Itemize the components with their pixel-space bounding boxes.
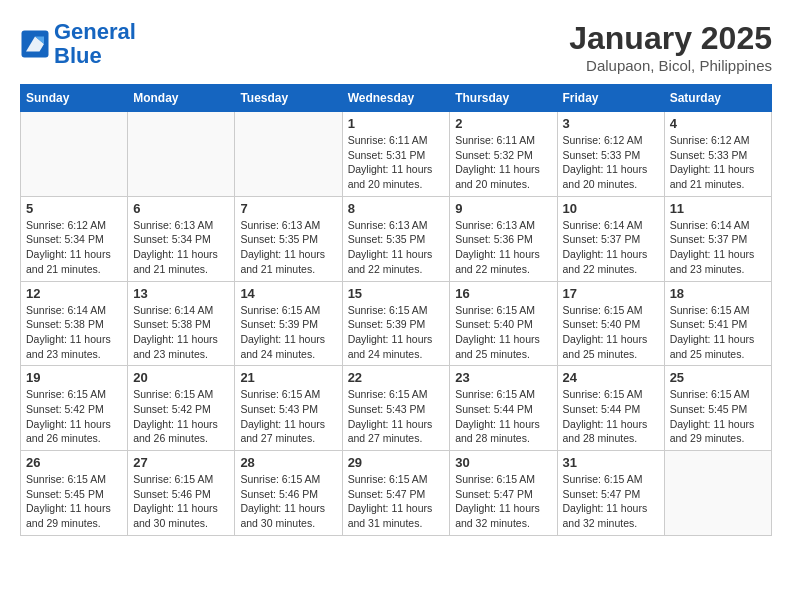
calendar-cell (235, 112, 342, 197)
day-number: 6 (133, 201, 229, 216)
day-number: 14 (240, 286, 336, 301)
day-info: Sunrise: 6:14 AM Sunset: 5:37 PM Dayligh… (670, 218, 766, 277)
day-number: 4 (670, 116, 766, 131)
page-header: General Blue January 2025 Dalupaon, Bico… (20, 20, 772, 74)
calendar-cell: 15Sunrise: 6:15 AM Sunset: 5:39 PM Dayli… (342, 281, 450, 366)
calendar-cell: 11Sunrise: 6:14 AM Sunset: 5:37 PM Dayli… (664, 196, 771, 281)
calendar-cell (664, 451, 771, 536)
weekday-header: Sunday (21, 85, 128, 112)
day-info: Sunrise: 6:12 AM Sunset: 5:33 PM Dayligh… (670, 133, 766, 192)
day-number: 18 (670, 286, 766, 301)
logo-line1: General (54, 19, 136, 44)
day-number: 25 (670, 370, 766, 385)
day-info: Sunrise: 6:15 AM Sunset: 5:45 PM Dayligh… (670, 387, 766, 446)
day-number: 7 (240, 201, 336, 216)
day-info: Sunrise: 6:13 AM Sunset: 5:35 PM Dayligh… (240, 218, 336, 277)
calendar-cell: 7Sunrise: 6:13 AM Sunset: 5:35 PM Daylig… (235, 196, 342, 281)
day-number: 22 (348, 370, 445, 385)
calendar-cell: 18Sunrise: 6:15 AM Sunset: 5:41 PM Dayli… (664, 281, 771, 366)
day-number: 5 (26, 201, 122, 216)
calendar-cell: 14Sunrise: 6:15 AM Sunset: 5:39 PM Dayli… (235, 281, 342, 366)
day-info: Sunrise: 6:15 AM Sunset: 5:44 PM Dayligh… (455, 387, 551, 446)
day-info: Sunrise: 6:15 AM Sunset: 5:47 PM Dayligh… (348, 472, 445, 531)
day-number: 23 (455, 370, 551, 385)
calendar-cell: 10Sunrise: 6:14 AM Sunset: 5:37 PM Dayli… (557, 196, 664, 281)
day-info: Sunrise: 6:13 AM Sunset: 5:36 PM Dayligh… (455, 218, 551, 277)
day-info: Sunrise: 6:15 AM Sunset: 5:39 PM Dayligh… (240, 303, 336, 362)
logo-text: General Blue (54, 20, 136, 68)
day-info: Sunrise: 6:13 AM Sunset: 5:35 PM Dayligh… (348, 218, 445, 277)
day-info: Sunrise: 6:15 AM Sunset: 5:40 PM Dayligh… (563, 303, 659, 362)
calendar-cell: 28Sunrise: 6:15 AM Sunset: 5:46 PM Dayli… (235, 451, 342, 536)
day-info: Sunrise: 6:15 AM Sunset: 5:43 PM Dayligh… (240, 387, 336, 446)
day-info: Sunrise: 6:11 AM Sunset: 5:32 PM Dayligh… (455, 133, 551, 192)
day-info: Sunrise: 6:15 AM Sunset: 5:47 PM Dayligh… (455, 472, 551, 531)
calendar-cell: 8Sunrise: 6:13 AM Sunset: 5:35 PM Daylig… (342, 196, 450, 281)
calendar-cell: 24Sunrise: 6:15 AM Sunset: 5:44 PM Dayli… (557, 366, 664, 451)
day-info: Sunrise: 6:12 AM Sunset: 5:34 PM Dayligh… (26, 218, 122, 277)
day-number: 28 (240, 455, 336, 470)
day-info: Sunrise: 6:13 AM Sunset: 5:34 PM Dayligh… (133, 218, 229, 277)
weekday-header: Monday (128, 85, 235, 112)
day-number: 21 (240, 370, 336, 385)
calendar-cell: 26Sunrise: 6:15 AM Sunset: 5:45 PM Dayli… (21, 451, 128, 536)
day-number: 13 (133, 286, 229, 301)
location: Dalupaon, Bicol, Philippines (569, 57, 772, 74)
day-info: Sunrise: 6:15 AM Sunset: 5:46 PM Dayligh… (240, 472, 336, 531)
logo-icon (20, 29, 50, 59)
title-block: January 2025 Dalupaon, Bicol, Philippine… (569, 20, 772, 74)
calendar-cell (21, 112, 128, 197)
calendar-table: SundayMondayTuesdayWednesdayThursdayFrid… (20, 84, 772, 536)
calendar-cell: 29Sunrise: 6:15 AM Sunset: 5:47 PM Dayli… (342, 451, 450, 536)
calendar-cell: 22Sunrise: 6:15 AM Sunset: 5:43 PM Dayli… (342, 366, 450, 451)
day-number: 31 (563, 455, 659, 470)
calendar-cell: 20Sunrise: 6:15 AM Sunset: 5:42 PM Dayli… (128, 366, 235, 451)
day-number: 16 (455, 286, 551, 301)
day-info: Sunrise: 6:14 AM Sunset: 5:38 PM Dayligh… (133, 303, 229, 362)
calendar-cell: 23Sunrise: 6:15 AM Sunset: 5:44 PM Dayli… (450, 366, 557, 451)
calendar-cell: 9Sunrise: 6:13 AM Sunset: 5:36 PM Daylig… (450, 196, 557, 281)
day-info: Sunrise: 6:12 AM Sunset: 5:33 PM Dayligh… (563, 133, 659, 192)
calendar-cell: 17Sunrise: 6:15 AM Sunset: 5:40 PM Dayli… (557, 281, 664, 366)
calendar-cell: 27Sunrise: 6:15 AM Sunset: 5:46 PM Dayli… (128, 451, 235, 536)
day-info: Sunrise: 6:15 AM Sunset: 5:41 PM Dayligh… (670, 303, 766, 362)
day-number: 15 (348, 286, 445, 301)
day-number: 27 (133, 455, 229, 470)
day-info: Sunrise: 6:14 AM Sunset: 5:38 PM Dayligh… (26, 303, 122, 362)
weekday-header: Saturday (664, 85, 771, 112)
day-info: Sunrise: 6:15 AM Sunset: 5:44 PM Dayligh… (563, 387, 659, 446)
calendar-header-row: SundayMondayTuesdayWednesdayThursdayFrid… (21, 85, 772, 112)
day-info: Sunrise: 6:15 AM Sunset: 5:45 PM Dayligh… (26, 472, 122, 531)
day-info: Sunrise: 6:15 AM Sunset: 5:42 PM Dayligh… (26, 387, 122, 446)
day-number: 11 (670, 201, 766, 216)
day-number: 26 (26, 455, 122, 470)
calendar-cell: 25Sunrise: 6:15 AM Sunset: 5:45 PM Dayli… (664, 366, 771, 451)
calendar-cell: 21Sunrise: 6:15 AM Sunset: 5:43 PM Dayli… (235, 366, 342, 451)
day-info: Sunrise: 6:11 AM Sunset: 5:31 PM Dayligh… (348, 133, 445, 192)
calendar-week-row: 1Sunrise: 6:11 AM Sunset: 5:31 PM Daylig… (21, 112, 772, 197)
calendar-cell: 30Sunrise: 6:15 AM Sunset: 5:47 PM Dayli… (450, 451, 557, 536)
calendar-cell: 19Sunrise: 6:15 AM Sunset: 5:42 PM Dayli… (21, 366, 128, 451)
day-number: 8 (348, 201, 445, 216)
day-info: Sunrise: 6:15 AM Sunset: 5:39 PM Dayligh… (348, 303, 445, 362)
weekday-header: Friday (557, 85, 664, 112)
calendar-cell: 31Sunrise: 6:15 AM Sunset: 5:47 PM Dayli… (557, 451, 664, 536)
day-info: Sunrise: 6:14 AM Sunset: 5:37 PM Dayligh… (563, 218, 659, 277)
day-number: 10 (563, 201, 659, 216)
logo: General Blue (20, 20, 136, 68)
logo-line2: Blue (54, 43, 102, 68)
day-number: 29 (348, 455, 445, 470)
calendar-cell: 1Sunrise: 6:11 AM Sunset: 5:31 PM Daylig… (342, 112, 450, 197)
day-info: Sunrise: 6:15 AM Sunset: 5:46 PM Dayligh… (133, 472, 229, 531)
weekday-header: Wednesday (342, 85, 450, 112)
calendar-cell: 6Sunrise: 6:13 AM Sunset: 5:34 PM Daylig… (128, 196, 235, 281)
day-number: 19 (26, 370, 122, 385)
calendar-cell: 3Sunrise: 6:12 AM Sunset: 5:33 PM Daylig… (557, 112, 664, 197)
calendar-cell: 12Sunrise: 6:14 AM Sunset: 5:38 PM Dayli… (21, 281, 128, 366)
calendar-cell (128, 112, 235, 197)
weekday-header: Thursday (450, 85, 557, 112)
calendar-cell: 16Sunrise: 6:15 AM Sunset: 5:40 PM Dayli… (450, 281, 557, 366)
calendar-week-row: 5Sunrise: 6:12 AM Sunset: 5:34 PM Daylig… (21, 196, 772, 281)
day-number: 2 (455, 116, 551, 131)
day-number: 1 (348, 116, 445, 131)
